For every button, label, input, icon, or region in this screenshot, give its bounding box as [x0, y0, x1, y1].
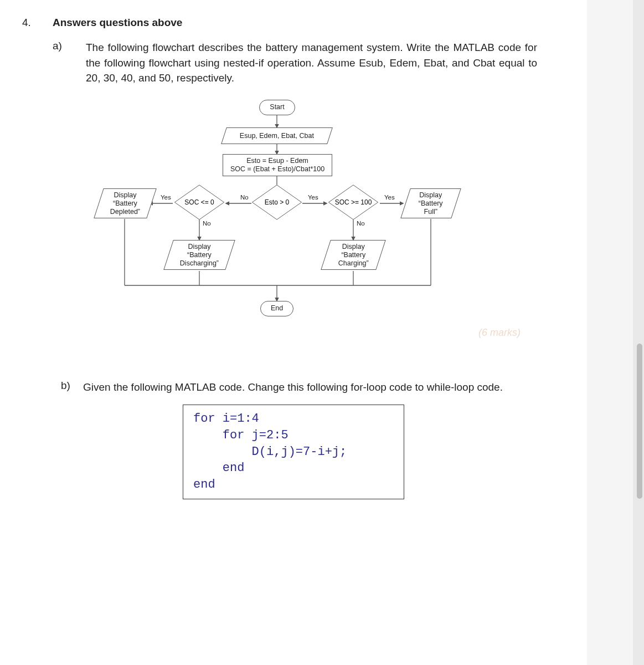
- edge-yes-1: Yes: [308, 194, 318, 201]
- question-number: 4.: [0, 17, 53, 29]
- part-a-label: a): [53, 40, 86, 52]
- document-page: 4. Answers questions above a) The follow…: [0, 0, 587, 665]
- flow-end: End: [260, 301, 293, 316]
- part-a-text: The following flowchart describes the ba…: [86, 40, 537, 86]
- part-a-row: a) The following flowchart describes the…: [0, 40, 587, 86]
- flow-start-label: Start: [270, 103, 284, 111]
- question-heading-row: 4. Answers questions above: [0, 17, 587, 29]
- question-heading: Answers questions above: [53, 17, 182, 29]
- edge-no-3: No: [203, 220, 211, 227]
- flow-d3-label: SOC <= 0: [173, 198, 226, 206]
- part-b-row: b) Given the following MATLAB code. Chan…: [0, 380, 587, 395]
- flow-decision-socempty: SOC <= 0: [173, 190, 226, 217]
- flow-decision-esto: Esto > 0: [250, 190, 303, 217]
- scrollbar-thumb[interactable]: [637, 344, 642, 499]
- part-b-label: b): [61, 380, 83, 392]
- edge-yes-2: Yes: [384, 194, 395, 201]
- flow-out-charging: Display “Battery Charging”: [321, 240, 386, 270]
- edge-no-1: No: [240, 194, 249, 201]
- flow-out-depleted: Display “Battery Depleted”: [94, 188, 157, 218]
- part-b-text: Given the following MATLAB code. Change …: [83, 380, 537, 395]
- code-box: for i=1:4 for j=2:5 D(i,j)=7-i+j; end en…: [183, 405, 404, 499]
- flow-input-label: Esup, Edem, Ebat, Cbat: [236, 131, 317, 140]
- flow-start: Start: [259, 100, 295, 115]
- flow-out-full-label: Display “Battery Full”: [415, 191, 446, 216]
- flow-out-charging-label: Display “Battery Charging”: [335, 242, 372, 267]
- flow-process-label: Esto = Esup - Edem SOC = (Ebat + Esto)/C…: [230, 157, 324, 173]
- flow-out-discharging: Display “Battery Discharging”: [163, 240, 235, 270]
- flow-d2-label: SOC >= 100: [327, 198, 380, 206]
- scrollbar-track[interactable]: [633, 0, 644, 665]
- flow-out-full: Display “Battery Full”: [400, 188, 461, 218]
- marks-watermark: (6 marks): [478, 327, 521, 339]
- flowchart: Start Esup, Edem, Ebat, Cbat Esto = Esup…: [94, 97, 548, 335]
- flow-out-discharging-label: Display “Battery Discharging”: [177, 242, 222, 267]
- edge-no-2: No: [357, 220, 365, 227]
- flow-d1-label: Esto > 0: [250, 198, 303, 206]
- flow-decision-socfull: SOC >= 100: [327, 190, 380, 217]
- flow-process: Esto = Esup - Edem SOC = (Ebat + Esto)/C…: [223, 154, 332, 176]
- flow-end-label: End: [271, 304, 283, 313]
- flow-input: Esup, Edem, Ebat, Cbat: [221, 127, 333, 144]
- flow-out-depleted-label: Display “Battery Depleted”: [107, 191, 143, 216]
- edge-yes-3: Yes: [161, 194, 171, 201]
